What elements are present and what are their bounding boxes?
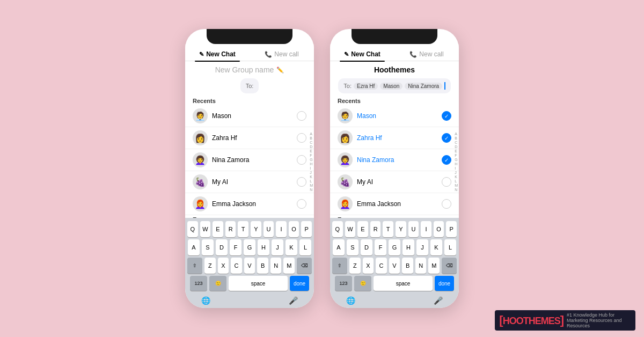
- contact-row-zahra-1[interactable]: 👩 Zahra Hf: [185, 127, 314, 149]
- kb-r-1[interactable]: R: [225, 221, 236, 237]
- check-zahra-2[interactable]: ✓: [442, 133, 451, 143]
- kb-r-2[interactable]: R: [370, 221, 381, 237]
- kb-a-2[interactable]: A: [333, 239, 345, 255]
- tab-new-chat-1[interactable]: ✎ New Chat: [185, 47, 250, 61]
- kb-n-1[interactable]: N: [270, 258, 282, 274]
- contact-row-myai-1[interactable]: 🍇 My AI: [185, 171, 314, 193]
- kb-space-2[interactable]: space: [374, 276, 433, 291]
- kb-x-1[interactable]: X: [218, 258, 229, 274]
- kb-u-1[interactable]: U: [264, 221, 274, 237]
- contact-row-emma-1[interactable]: 👩‍🦰 Emma Jackson: [185, 193, 314, 215]
- check-emma-1[interactable]: [297, 199, 306, 209]
- kb-t-2[interactable]: T: [383, 221, 393, 237]
- kb-y-1[interactable]: Y: [251, 221, 261, 237]
- check-emma-2[interactable]: [442, 199, 451, 209]
- contact-row-nina-1[interactable]: 👩‍🦱 Nina Zamora: [185, 149, 314, 171]
- kb-t-1[interactable]: T: [238, 221, 248, 237]
- kb-123-2[interactable]: 123: [335, 276, 352, 291]
- kb-l-2[interactable]: L: [444, 239, 456, 255]
- kb-space-1[interactable]: space: [229, 276, 288, 291]
- kb-b-2[interactable]: B: [402, 258, 413, 274]
- kb-m-1[interactable]: M: [283, 258, 295, 274]
- contact-name-nina-1: Nina Zamora: [212, 156, 292, 164]
- kb-h-1[interactable]: H: [258, 239, 269, 255]
- mic-icon-1[interactable]: 🎤: [289, 296, 298, 305]
- contact-row-mason-2[interactable]: 🧑‍💼 Mason ✓: [330, 105, 459, 127]
- kb-j-2[interactable]: J: [416, 239, 428, 255]
- kb-delete-1[interactable]: ⌫: [297, 258, 312, 274]
- kb-123-1[interactable]: 123: [190, 276, 207, 291]
- kb-v-1[interactable]: V: [244, 258, 255, 274]
- check-myai-2[interactable]: [442, 177, 451, 187]
- globe-icon-1[interactable]: 🌐: [201, 296, 210, 305]
- check-mason-2[interactable]: ✓: [442, 111, 451, 121]
- tab-new-call-2[interactable]: 📞 New call: [394, 47, 459, 61]
- kb-h-2[interactable]: H: [402, 239, 414, 255]
- kb-e-2[interactable]: E: [357, 221, 368, 237]
- to-field-2[interactable]: To: Ezra Hf Mason Nina Zamora: [338, 78, 450, 93]
- kb-done-2[interactable]: done: [435, 276, 454, 291]
- kb-i-2[interactable]: I: [421, 221, 431, 237]
- contact-row-mason-1[interactable]: 🧑‍💼 Mason: [185, 105, 314, 127]
- kb-k-1[interactable]: K: [286, 239, 297, 255]
- kb-i-1[interactable]: I: [276, 221, 287, 237]
- kb-g-1[interactable]: G: [244, 239, 255, 255]
- kb-x-2[interactable]: X: [363, 258, 374, 274]
- kb-emoji-2[interactable]: 🙂: [354, 276, 371, 291]
- check-zahra-1[interactable]: [297, 133, 306, 143]
- kb-k-2[interactable]: K: [430, 239, 442, 255]
- contact-row-emma-2[interactable]: 👩‍🦰 Emma Jackson: [330, 193, 459, 215]
- watermark-logo: [HOOTHEMES]: [499, 313, 564, 327]
- kb-delete-2[interactable]: ⌫: [442, 258, 457, 274]
- kb-g-2[interactable]: G: [389, 239, 400, 255]
- alpha-bar-2: ABC DEF GHI JKL MN: [455, 105, 458, 218]
- kb-l-1[interactable]: L: [299, 239, 311, 255]
- check-myai-1[interactable]: [297, 177, 306, 187]
- kb-done-1[interactable]: done: [290, 276, 309, 291]
- kb-j-1[interactable]: J: [272, 239, 283, 255]
- kb-a-1[interactable]: A: [188, 239, 200, 255]
- contact-row-zahra-2[interactable]: 👩 Zahra Hf ✓: [330, 127, 459, 149]
- contact-row-nina-2[interactable]: 👩‍🦱 Nina Zamora ✓: [330, 149, 459, 171]
- tab-new-call-1[interactable]: 📞 New call: [250, 47, 314, 61]
- kb-w-2[interactable]: W: [345, 221, 356, 237]
- kb-c-1[interactable]: C: [231, 258, 242, 274]
- check-nina-2[interactable]: ✓: [442, 155, 451, 165]
- kb-shift-1[interactable]: ⇧: [187, 258, 202, 274]
- kb-m-2[interactable]: M: [428, 258, 440, 274]
- kb-y-2[interactable]: Y: [396, 221, 406, 237]
- kb-s-1[interactable]: S: [202, 239, 214, 255]
- kb-emoji-1[interactable]: 🙂: [209, 276, 226, 291]
- kb-q-2[interactable]: Q: [332, 221, 343, 237]
- watermark-sub: #1 Knowledge Hub for Marketing Resources…: [567, 312, 631, 328]
- globe-icon-2[interactable]: 🌐: [346, 296, 355, 305]
- to-label-1: To:: [246, 83, 254, 89]
- kb-d-2[interactable]: D: [361, 239, 372, 255]
- kb-o-2[interactable]: O: [434, 221, 444, 237]
- check-mason-1[interactable]: [297, 111, 306, 121]
- mic-icon-2[interactable]: 🎤: [434, 296, 443, 305]
- kb-f-1[interactable]: F: [230, 239, 241, 255]
- kb-c-2[interactable]: C: [376, 258, 387, 274]
- kb-w-1[interactable]: W: [200, 221, 211, 237]
- tab-new-chat-2[interactable]: ✎ New Chat: [330, 47, 394, 61]
- kb-p-2[interactable]: P: [446, 221, 457, 237]
- kb-f-2[interactable]: F: [375, 239, 386, 255]
- kb-o-1[interactable]: O: [289, 221, 299, 237]
- section-e-2: E: [330, 215, 459, 218]
- kb-q-1[interactable]: Q: [187, 221, 198, 237]
- check-nina-1[interactable]: [297, 155, 306, 165]
- kb-d-1[interactable]: D: [216, 239, 228, 255]
- to-field-1[interactable]: To:: [240, 78, 259, 93]
- kb-shift-2[interactable]: ⇧: [332, 258, 347, 274]
- kb-u-2[interactable]: U: [408, 221, 419, 237]
- kb-z-2[interactable]: Z: [349, 258, 361, 274]
- kb-e-1[interactable]: E: [213, 221, 223, 237]
- kb-p-1[interactable]: P: [301, 221, 312, 237]
- kb-n-2[interactable]: N: [415, 258, 427, 274]
- kb-v-2[interactable]: V: [389, 258, 400, 274]
- contact-row-myai-2[interactable]: 🍇 My AI: [330, 171, 459, 193]
- kb-s-2[interactable]: S: [347, 239, 358, 255]
- kb-z-1[interactable]: Z: [204, 258, 216, 274]
- kb-b-1[interactable]: B: [257, 258, 268, 274]
